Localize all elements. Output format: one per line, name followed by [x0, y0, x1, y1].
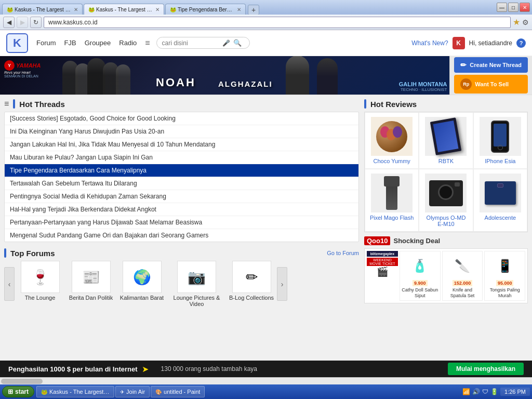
thread-item[interactable]: Jangan Lakukan Hal Ini, Jika Tidak Mau M… [5, 138, 358, 151]
thread-item[interactable]: Mau Liburan ke Pulau? Jangan Lupa Siapin… [5, 151, 358, 164]
want-to-sell-button[interactable]: Rp Want To Sell [454, 75, 528, 94]
close-button[interactable]: ✕ [520, 3, 530, 12]
tab-1[interactable]: 🐸 Kaskus - The Largest Indone... ✕ [2, 4, 83, 15]
search-box[interactable]: 🎤 🔍 [156, 37, 250, 49]
horizontal-scrollbar[interactable] [0, 377, 532, 384]
address-bar[interactable]: www.kaskus.co.id [44, 17, 511, 28]
want-to-sell-label: Want To Sell [475, 81, 509, 87]
yamaha-brand: Y YAMAHA [4, 60, 41, 71]
forum-icon-pictures: 📷 [177, 261, 216, 293]
review-name: Adolescente [485, 215, 516, 221]
maximize-button[interactable]: □ [508, 3, 518, 12]
taskbar-item-label: Kaskus - The Largest ... [49, 389, 110, 395]
review-item-flash[interactable]: Pixel Mago Flash [365, 169, 419, 232]
forum-item[interactable]: 🍷 The Lounge [17, 261, 63, 307]
go-to-forum-link[interactable]: Go to Forum [327, 250, 359, 256]
ad-text-2: 130 000 orang sudah tambah kaya [161, 365, 257, 373]
favorite-star-icon[interactable]: ★ [513, 17, 520, 27]
address-text: www.kaskus.co.id [48, 19, 506, 26]
thread-item[interactable]: [Success Stories] Esgotado, Good Choice … [5, 112, 358, 125]
thread-link: Hal-Hal yang Terjadi Jika Berkendara Did… [10, 206, 156, 213]
yamaha-text: YAMAHA [16, 62, 41, 69]
tab-2-close[interactable]: ✕ [155, 7, 159, 12]
tab-favicon-2: 🐸 [88, 7, 95, 12]
search-input[interactable] [162, 39, 219, 47]
reload-button[interactable]: ↻ [30, 17, 42, 28]
thread-item[interactable]: Hal-Hal yang Terjadi Jika Berkendara Did… [5, 203, 358, 216]
tabs: 🐸 Kaskus - The Largest Indone... ✕ 🐸 Kas… [2, 2, 259, 15]
thread-item[interactable]: Ini Dia Keinginan Yang Harus Diwujudin P… [5, 125, 358, 138]
start-button[interactable]: ⊞ start [2, 386, 34, 397]
center-figure [286, 56, 309, 95]
qoo10-section: Qoo10 Shocking Deal blitzmegaplex WEEKEN… [364, 236, 528, 303]
tray-antivirus-icon: 🛡 [482, 388, 488, 395]
review-item-rbtk[interactable]: RBTK [419, 112, 473, 169]
system-clock: 1:26 PM [500, 388, 530, 396]
nav-fjb[interactable]: FJB [64, 39, 76, 47]
forum-item[interactable]: 🌍 Kalimantan Barat [118, 261, 165, 307]
top-forums-title: Top Forums [10, 249, 55, 258]
nav-groupee[interactable]: Groupee [85, 39, 111, 47]
hot-reviews-title: Hot Reviews [370, 100, 417, 109]
whats-new-link[interactable]: What's New? [411, 39, 448, 47]
help-button[interactable]: ? [516, 38, 526, 48]
thread-link: Mengenal Sudut Pandang Game Ori dan Baja… [10, 232, 208, 239]
qoo10-logo: Qoo10 [364, 236, 390, 245]
forum-item[interactable]: 📷 Lounge Pictures & Video [169, 261, 224, 307]
thread-item[interactable]: Tertawalah Gan Sebelum Tertawa Itu Dilar… [5, 177, 358, 190]
taskbar-item-joinair[interactable]: ✈ Join Air [115, 386, 150, 397]
hot-reviews-header: Hot Reviews [364, 99, 528, 109]
back-button[interactable]: ◀ [3, 17, 15, 28]
new-tab-button[interactable]: + [248, 5, 259, 15]
forward-button[interactable]: ▶ [17, 17, 28, 28]
thread-link-highlighted: Tipe Pengendara Berdasarkan Cara Menyali… [10, 167, 147, 174]
banner-actions: ✏ Create New Thread Rp Want To Sell [449, 56, 532, 95]
forum-item[interactable]: 📰 Berita Dan Politik [68, 261, 114, 307]
tab-2[interactable]: 🐸 Kaskus - The Largest Indone... ✕ [84, 4, 164, 15]
carousel-prev-button[interactable]: ‹ [4, 267, 15, 301]
deal-item-2[interactable]: 🔪 152.000 Knife and Spatula Set [442, 251, 483, 301]
deal-item-1[interactable]: 🧴 9.900 Cathy Doll Sabun Siput [400, 251, 441, 301]
nav-hamburger-icon[interactable]: ≡ [145, 38, 150, 48]
review-item-choco[interactable]: Choco Yummy [365, 112, 419, 169]
tab-3[interactable]: 🐸 Tipe Pengendara Berdasark... ✕ [165, 4, 246, 15]
tools-icon[interactable]: ⚙ [522, 18, 529, 26]
nav-forum[interactable]: Forum [36, 39, 56, 47]
kaskus-logo[interactable]: K [6, 33, 28, 53]
band-figures [62, 58, 130, 95]
nav-radio[interactable]: Radio [119, 39, 137, 47]
taskbar-items: 🐸 Kaskus - The Largest ... ✈ Join Air 🎨 … [36, 386, 205, 397]
forum-icon-lounge: 🍷 [21, 261, 60, 293]
deal-item-3[interactable]: 📱 95.000 Tongsis Paling Murah [484, 251, 525, 301]
tab-2-label: Kaskus - The Largest Indone... [96, 7, 153, 12]
forum-item[interactable]: ✏ B-Log Collections [228, 261, 275, 307]
create-new-thread-button[interactable]: ✏ Create New Thread [454, 57, 528, 73]
taskbar-item-paint[interactable]: 🎨 untitled - Paint [151, 386, 205, 397]
thread-item[interactable]: Mengenal Sudut Pandang Game Ori dan Baja… [5, 229, 358, 242]
tab-1-close[interactable]: ✕ [74, 7, 78, 12]
scroll-thumb[interactable] [1, 379, 43, 384]
deal-price-1: 9.900 [413, 280, 428, 286]
thread-item[interactable]: Pertanyaan-Pertanyaan yang Harus Dijawab… [5, 216, 358, 229]
deal-img-1: 🧴 [412, 253, 428, 279]
thread-link: Jangan Lakukan Hal Ini, Jika Tidak Mau M… [10, 141, 215, 148]
search-icon[interactable]: 🔍 [233, 39, 242, 47]
ad-cta-button[interactable]: Mulai menghasilkan [448, 363, 524, 375]
carousel-next-button[interactable]: › [277, 267, 287, 301]
minimize-button[interactable]: — [497, 3, 507, 12]
reviews-grid: Choco Yummy RBTK [364, 112, 528, 232]
forums-carousel: ‹ 🍷 The Lounge 📰 Berita Dan Politik [4, 261, 359, 307]
thread-item-highlighted[interactable]: Tipe Pengendara Berdasarkan Cara Menyali… [5, 164, 358, 177]
review-item-olympus[interactable]: Olympus O-MD E-M10 [419, 169, 473, 232]
taskbar-item-kaskus[interactable]: 🐸 Kaskus - The Largest ... [36, 386, 114, 397]
hamburger-menu-icon[interactable]: ≡ [4, 99, 9, 109]
review-item-iphone[interactable]: IPhone Esia [473, 112, 527, 169]
ad-banner: Penghasilan 1000 $ per bulan di Internet… [0, 361, 532, 377]
taskbar-tray: 📶 🔊 🛡 🔋 1:26 PM [462, 388, 530, 396]
review-name: Choco Yummy [374, 158, 410, 164]
thread-item[interactable]: Pentingnya Social Media di Kehidupan Zam… [5, 190, 358, 203]
review-item-adolescente[interactable]: Adolescente [473, 169, 527, 232]
right-nav: What's New? K Hi, setiadiandre ? [411, 37, 526, 49]
tab-3-close[interactable]: ✕ [237, 7, 241, 12]
mic-icon[interactable]: 🎤 [222, 39, 230, 47]
